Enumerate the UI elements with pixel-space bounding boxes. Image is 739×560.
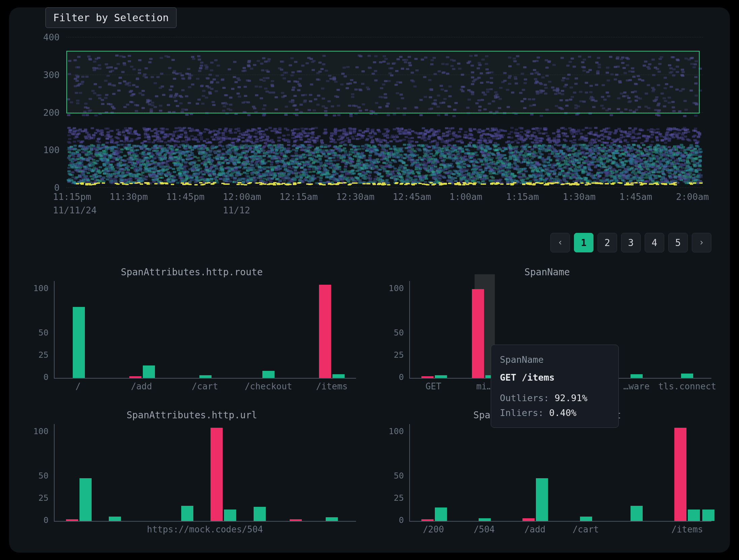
bar-green[interactable] bbox=[479, 518, 491, 521]
bar-group[interactable] bbox=[73, 307, 85, 378]
scatter-x-tick: 2:00am bbox=[676, 191, 709, 202]
scatter-y-tick: 100 bbox=[43, 145, 60, 155]
chart-x-tick: /items bbox=[671, 524, 703, 534]
bar-group[interactable] bbox=[421, 375, 447, 378]
chart-y-axis: 02550100 bbox=[383, 422, 407, 520]
page-3-button[interactable]: 3 bbox=[621, 233, 641, 252]
bar-pink[interactable] bbox=[421, 376, 433, 378]
chart-x-tick: …ware bbox=[623, 381, 649, 391]
bar-green[interactable] bbox=[435, 375, 447, 378]
bar-group[interactable] bbox=[421, 508, 447, 521]
bar-group[interactable] bbox=[211, 428, 236, 521]
page-2-button[interactable]: 2 bbox=[598, 233, 617, 252]
bar-group[interactable] bbox=[262, 371, 275, 378]
chart-title: SpanName bbox=[383, 267, 711, 278]
bar-group[interactable] bbox=[290, 519, 302, 521]
chart-y-tick: 0 bbox=[399, 515, 404, 525]
bar-pink[interactable] bbox=[472, 289, 484, 378]
bar-pink[interactable] bbox=[319, 285, 331, 378]
bar-green[interactable] bbox=[580, 517, 592, 521]
bar-group[interactable] bbox=[674, 428, 700, 521]
scatter-x-tick: 1:15am bbox=[506, 191, 539, 202]
bar-green[interactable] bbox=[254, 507, 266, 521]
bar-green[interactable] bbox=[109, 517, 121, 521]
bar-pink[interactable] bbox=[211, 428, 223, 521]
filter-by-selection-button[interactable]: Filter by Selection bbox=[45, 7, 176, 28]
chart-y-tick: 25 bbox=[38, 350, 49, 360]
bar-pink[interactable] bbox=[674, 428, 686, 521]
bar-group[interactable] bbox=[631, 506, 643, 521]
bar-green[interactable] bbox=[631, 506, 643, 521]
bar-group[interactable] bbox=[326, 517, 338, 521]
chart-y-axis: 02550100 bbox=[383, 279, 407, 377]
chevron-right-icon bbox=[699, 240, 705, 246]
bar-group[interactable] bbox=[631, 374, 643, 378]
scatter-x-tick: 1:30am bbox=[563, 191, 596, 202]
bar-green[interactable] bbox=[681, 374, 693, 378]
scatter-y-tick: 200 bbox=[43, 107, 60, 117]
page-next-button[interactable] bbox=[692, 233, 711, 252]
bar-group[interactable] bbox=[479, 518, 491, 521]
chart-plot-area[interactable] bbox=[54, 424, 356, 522]
bar-green[interactable] bbox=[73, 307, 85, 378]
scatter-y-tick: 300 bbox=[43, 70, 60, 80]
bar-group[interactable] bbox=[129, 365, 155, 378]
bar-green[interactable] bbox=[326, 517, 338, 521]
page-5-button[interactable]: 5 bbox=[668, 233, 688, 252]
chevron-left-icon bbox=[557, 240, 563, 246]
bar-green[interactable] bbox=[435, 508, 447, 521]
bar-group[interactable] bbox=[254, 507, 266, 521]
bar-group[interactable] bbox=[199, 375, 212, 378]
bar-group[interactable] bbox=[522, 478, 548, 521]
bar-green[interactable] bbox=[199, 375, 212, 378]
bar-group[interactable] bbox=[109, 517, 121, 521]
bar-group[interactable] bbox=[66, 478, 92, 521]
page-prev-button[interactable] bbox=[550, 233, 570, 252]
bar-green[interactable] bbox=[181, 506, 193, 521]
scatter-x-tick: 11:30pm bbox=[109, 191, 148, 202]
page-4-button[interactable]: 4 bbox=[645, 233, 664, 252]
bar-group[interactable] bbox=[580, 517, 592, 521]
chart-y-tick: 0 bbox=[43, 515, 49, 525]
chart-route[interactable]: SpanAttributes.http.route02550100//add/c… bbox=[28, 267, 356, 399]
scatter-x-date: 11/11/24 bbox=[53, 205, 97, 215]
scatter-baseline-band bbox=[66, 182, 700, 184]
chart-url[interactable]: SpanAttributes.http.url02550100https://m… bbox=[28, 410, 356, 542]
chart-x-tick: GET bbox=[425, 381, 441, 391]
chart-x-axis: //add/cart/checkout/items bbox=[54, 379, 356, 392]
scatter-dense-band bbox=[66, 144, 700, 182]
bar-group[interactable] bbox=[181, 506, 193, 521]
bar-green[interactable] bbox=[143, 365, 155, 378]
page-1-button[interactable]: 1 bbox=[574, 233, 593, 252]
chart-y-tick: 0 bbox=[43, 372, 49, 382]
chart-y-tick: 100 bbox=[33, 426, 49, 436]
bar-green[interactable] bbox=[332, 374, 345, 378]
bar-green[interactable] bbox=[224, 510, 236, 521]
bar-pink[interactable] bbox=[522, 518, 535, 521]
bar-pink[interactable] bbox=[129, 376, 141, 378]
bar-pink[interactable] bbox=[66, 519, 78, 521]
chart-x-tick: /checkout bbox=[245, 381, 292, 391]
bar-green[interactable] bbox=[631, 374, 643, 378]
bar-group[interactable] bbox=[681, 374, 693, 378]
scatter-plot-area[interactable] bbox=[66, 26, 703, 187]
chart-y-tick: 100 bbox=[389, 426, 404, 436]
bar-green[interactable] bbox=[79, 478, 92, 521]
bar-group[interactable] bbox=[319, 285, 345, 378]
chart-x-axis: /200/504/add/cart/items bbox=[409, 522, 711, 535]
chart-plot-area[interactable] bbox=[409, 424, 711, 522]
tooltip-inliers-value: 0.40% bbox=[549, 408, 576, 418]
scatter-y-tick: 0 bbox=[54, 182, 60, 193]
bar-green[interactable] bbox=[536, 478, 548, 521]
bar-pink[interactable] bbox=[421, 519, 433, 521]
chart-plot-area[interactable] bbox=[54, 281, 356, 379]
tooltip-row-outliers: Outliers: 92.91% bbox=[500, 391, 610, 405]
bar-green[interactable] bbox=[262, 371, 275, 378]
bar-pink[interactable] bbox=[290, 519, 302, 521]
bar-green[interactable] bbox=[688, 510, 700, 521]
latency-scatter-chart[interactable]: 0100200300400 11:15pm11/11/2411:30pm11:4… bbox=[29, 26, 710, 224]
scatter-selection-box[interactable] bbox=[66, 51, 700, 113]
chart-y-axis: 02550100 bbox=[28, 422, 51, 520]
chart-y-tick: 100 bbox=[389, 283, 404, 293]
chart-target[interactable]: SpanAttributes.http.target02550100/200/5… bbox=[383, 410, 711, 542]
